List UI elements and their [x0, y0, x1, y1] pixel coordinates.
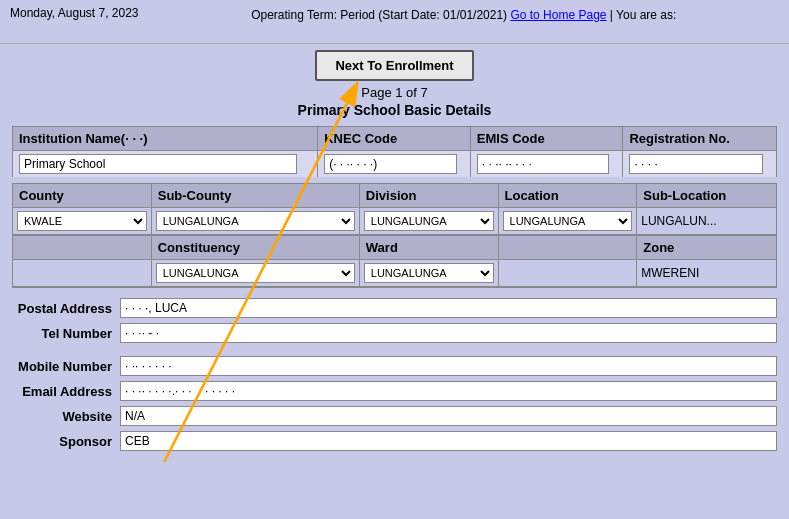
goto-home-link[interactable]: Go to Home Page: [510, 8, 606, 22]
mobile-input[interactable]: [120, 356, 777, 376]
location-select[interactable]: LUNGALUNGA: [503, 211, 633, 231]
sub-county-header: Sub-County: [152, 184, 360, 207]
knec-value-cell: [318, 151, 471, 177]
postal-label: Postal Address: [12, 301, 112, 316]
email-row: Email Address: [12, 381, 777, 401]
division-cell: LUNGALUNGA: [360, 208, 499, 234]
date-text: Monday, August 7, 2023: [10, 6, 139, 20]
mobile-label: Mobile Number: [12, 359, 112, 374]
you-are-text: | You are as:: [610, 8, 677, 22]
reg-header: Registration No.: [623, 127, 776, 150]
email-input[interactable]: [120, 381, 777, 401]
location-data-row2: LUNGALUNGA LUNGALUNGA MWERENI: [13, 260, 776, 287]
row2-header-row: Constituency Ward Zone: [13, 235, 776, 260]
division-select[interactable]: LUNGALUNGA: [364, 211, 494, 231]
location-grid: County Sub-County Division Location Sub-…: [12, 183, 777, 288]
institution-data-row: [12, 150, 777, 177]
empty-header2: [499, 236, 638, 259]
knec-input[interactable]: [324, 154, 457, 174]
location-data-row1: KWALE LUNGALUNGA LUNGALUNGA LUNGALUNGA L…: [13, 208, 776, 235]
sponsor-row: Sponsor: [12, 431, 777, 451]
reg-value-cell: [623, 151, 776, 177]
institution-header: Institution Name(· · ·): [13, 127, 318, 150]
page-title: Primary School Basic Details: [12, 102, 777, 118]
constituency-cell: LUNGALUNGA: [152, 260, 360, 286]
sub-county-cell: LUNGALUNGA: [152, 208, 360, 234]
header-center: Operating Term: Period (Start Date: 01/0…: [149, 6, 779, 22]
next-enrollment-button[interactable]: Next To Enrollment: [315, 50, 473, 81]
institution-input[interactable]: [19, 154, 297, 174]
ward-select[interactable]: LUNGALUNGA: [364, 263, 494, 283]
tel-row: Tel Number: [12, 323, 777, 343]
main-content: Next To Enrollment Page 1 of 7 Primary S…: [0, 44, 789, 462]
mobile-row: Mobile Number: [12, 356, 777, 376]
email-label: Email Address: [12, 384, 112, 399]
website-label: Website: [12, 409, 112, 424]
operating-term-text: Operating Term: Period (Start Date: 01/0…: [251, 8, 507, 22]
zone-value: MWERENI: [641, 266, 699, 280]
page-header: Monday, August 7, 2023 Operating Term: P…: [0, 0, 789, 44]
county-header: County: [13, 184, 152, 207]
county-select[interactable]: KWALE: [17, 211, 147, 231]
postal-input[interactable]: [120, 298, 777, 318]
sponsor-input[interactable]: [120, 431, 777, 451]
website-row: Website: [12, 406, 777, 426]
sub-location-header: Sub-Location: [637, 184, 776, 207]
institution-value-cell: [13, 151, 318, 177]
location-header: Location: [499, 184, 638, 207]
address-section: Postal Address Tel Number Mobile Number …: [12, 298, 777, 451]
empty-cell1: [13, 260, 152, 286]
division-header: Division: [360, 184, 499, 207]
emis-header: EMIS Code: [471, 127, 624, 150]
reg-input[interactable]: [629, 154, 763, 174]
sub-county-select[interactable]: LUNGALUNGA: [156, 211, 355, 231]
location-cell: LUNGALUNGA: [499, 208, 638, 234]
zone-value-cell: MWERENI: [637, 260, 776, 286]
tel-input[interactable]: [120, 323, 777, 343]
county-cell: KWALE: [13, 208, 152, 234]
next-enrollment-container: Next To Enrollment: [12, 50, 777, 81]
website-input[interactable]: [120, 406, 777, 426]
ward-header: Ward: [360, 236, 499, 259]
page-info: Page 1 of 7: [12, 85, 777, 100]
tel-label: Tel Number: [12, 326, 112, 341]
constituency-header: Constituency: [152, 236, 360, 259]
emis-input[interactable]: [477, 154, 610, 174]
knec-header: KNEC Code: [318, 127, 471, 150]
sub-location-value: LUNGALUN...: [641, 214, 716, 228]
location-header-row: County Sub-County Division Location Sub-…: [13, 184, 776, 208]
institution-header-row: Institution Name(· · ·) KNEC Code EMIS C…: [12, 126, 777, 150]
empty-header1: [13, 236, 152, 259]
sub-location-cell: LUNGALUN...: [637, 208, 776, 234]
empty-cell2: [499, 260, 638, 286]
zone-header: Zone: [637, 236, 776, 259]
header-date: Monday, August 7, 2023: [10, 6, 139, 20]
constituency-select[interactable]: LUNGALUNGA: [156, 263, 355, 283]
ward-cell: LUNGALUNGA: [360, 260, 499, 286]
sponsor-label: Sponsor: [12, 434, 112, 449]
emis-value-cell: [471, 151, 624, 177]
postal-row: Postal Address: [12, 298, 777, 318]
